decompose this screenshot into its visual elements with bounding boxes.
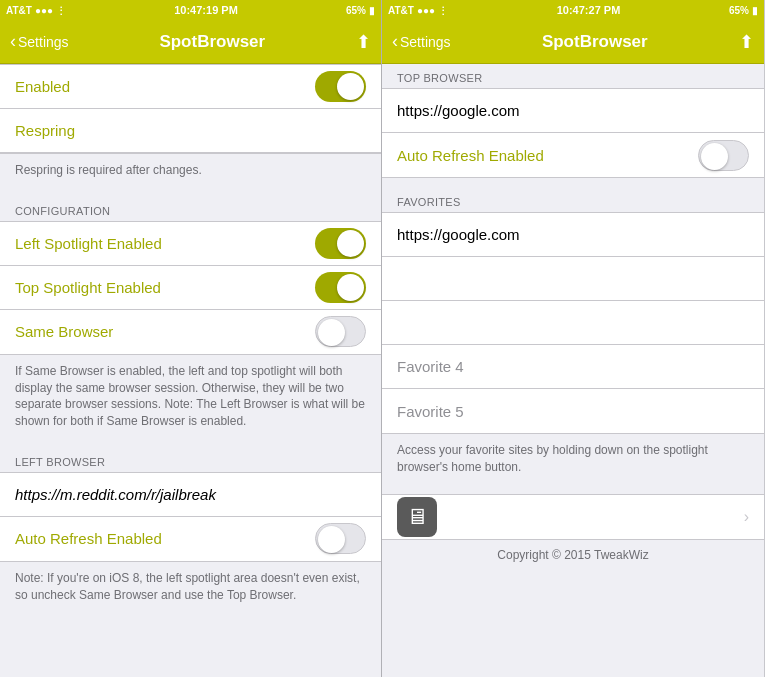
left-browser-section: LEFT BROWSER: [0, 448, 381, 472]
left-left-spotlight-toggle[interactable]: [315, 228, 366, 259]
right-top-auto-refresh-thumb: [701, 143, 728, 170]
left-left-spotlight-row: Left Spotlight Enabled: [0, 222, 381, 266]
right-favorite-2-row[interactable]: [382, 257, 764, 301]
right-nav-title: SpotBrowser: [542, 32, 648, 52]
left-spacer-2: [0, 438, 381, 448]
left-spacer-1: [0, 187, 381, 197]
left-browser-url: https://m.reddit.com/r/jailbreak: [15, 486, 216, 503]
right-favorite-5-placeholder: Favorite 5: [397, 403, 464, 420]
left-top-spotlight-label: Top Spotlight Enabled: [15, 279, 161, 296]
left-same-browser-label: Same Browser: [15, 323, 113, 340]
left-left-spotlight-thumb: [337, 230, 364, 257]
left-same-browser-toggle[interactable]: [315, 316, 366, 347]
left-enabled-toggle[interactable]: [315, 71, 366, 102]
right-icon-box: 🖥: [397, 497, 437, 537]
right-carrier: AT&T: [388, 5, 414, 16]
right-icon-symbol: 🖥: [406, 504, 428, 530]
right-status-right: 65% ▮: [729, 5, 758, 16]
left-status-left: AT&T ●●● ⋮: [6, 5, 66, 16]
left-wifi-icon: ●●●: [35, 5, 53, 16]
left-same-browser-row: Same Browser: [0, 310, 381, 354]
right-copyright: Copyright © 2015 TweakWiz: [382, 540, 764, 570]
left-auto-refresh-toggle[interactable]: [315, 523, 366, 554]
left-signal: ⋮: [56, 5, 66, 16]
right-favorite-5-row[interactable]: Favorite 5: [382, 389, 764, 433]
right-back-label: Settings: [400, 34, 451, 50]
right-spacer-1: [382, 178, 764, 188]
left-battery: 65%: [346, 5, 366, 16]
left-browser-group: https://m.reddit.com/r/jailbreak Auto Re…: [0, 472, 381, 562]
left-top-spotlight-row: Top Spotlight Enabled: [0, 266, 381, 310]
right-spacer-2: [382, 484, 764, 494]
left-respring-row[interactable]: Respring: [0, 109, 381, 153]
left-auto-refresh-row: Auto Refresh Enabled: [0, 517, 381, 561]
right-nav-bar: ‹ Settings SpotBrowser ⬆: [382, 20, 764, 64]
left-config-section: CONFIGURATION: [0, 197, 381, 221]
right-phone-screen: AT&T ●●● ⋮ 10:47:27 PM 65% ▮ ‹ Settings …: [382, 0, 764, 677]
left-same-browser-thumb: [318, 319, 345, 346]
right-favorite-4-row[interactable]: Favorite 4: [382, 345, 764, 389]
right-share-icon[interactable]: ⬆: [739, 31, 754, 53]
right-top-browser-url: https://google.com: [397, 102, 520, 119]
left-status-bar: AT&T ●●● ⋮ 10:47:19 PM 65% ▮: [0, 0, 381, 20]
left-same-browser-note: If Same Browser is enabled, the left and…: [0, 355, 381, 438]
right-top-browser-section: TOP BROWSER: [382, 64, 764, 88]
right-icon-row[interactable]: 🖥 ›: [382, 495, 764, 539]
right-icon-row-group: 🖥 ›: [382, 494, 764, 540]
left-carrier: AT&T: [6, 5, 32, 16]
right-favorite-4-placeholder: Favorite 4: [397, 358, 464, 375]
left-top-spotlight-toggle[interactable]: [315, 272, 366, 303]
right-top-browser-url-row[interactable]: https://google.com: [382, 89, 764, 133]
left-enabled-label: Enabled: [15, 78, 70, 95]
left-top-spotlight-thumb: [337, 274, 364, 301]
left-back-chevron: ‹: [10, 31, 16, 52]
left-time: 10:47:19 PM: [174, 4, 238, 16]
left-share-icon[interactable]: ⬆: [356, 31, 371, 53]
right-battery: 65%: [729, 5, 749, 16]
right-top-browser-group: https://google.com Auto Refresh Enabled: [382, 88, 764, 178]
right-top-auto-refresh-toggle[interactable]: [698, 140, 749, 171]
right-status-left: AT&T ●●● ⋮: [388, 5, 448, 16]
left-auto-refresh-label: Auto Refresh Enabled: [15, 530, 162, 547]
right-scroll-area[interactable]: TOP BROWSER https://google.com Auto Refr…: [382, 64, 764, 677]
left-config-group: Left Spotlight Enabled Top Spotlight Ena…: [0, 221, 381, 355]
left-status-right: 65% ▮: [346, 5, 375, 16]
left-respring-note: Respring is required after changes.: [0, 154, 381, 187]
left-respring-label: Respring: [15, 122, 75, 139]
left-scroll-area[interactable]: Enabled Respring Respring is required af…: [0, 64, 381, 677]
right-favorite-1-row[interactable]: https://google.com: [382, 213, 764, 257]
right-back-button[interactable]: ‹ Settings: [392, 31, 451, 52]
left-back-button[interactable]: ‹ Settings: [10, 31, 69, 52]
right-time: 10:47:27 PM: [557, 4, 621, 16]
right-favorites-group: https://google.com Favorite 4 Favorite 5: [382, 212, 764, 434]
left-browser-url-row[interactable]: https://m.reddit.com/r/jailbreak: [0, 473, 381, 517]
right-disclosure-arrow: ›: [744, 508, 749, 526]
right-favorites-section: FAVORITES: [382, 188, 764, 212]
right-status-bar: AT&T ●●● ⋮ 10:47:27 PM 65% ▮: [382, 0, 764, 20]
right-favorite-1-url: https://google.com: [397, 226, 520, 243]
right-top-auto-refresh-row: Auto Refresh Enabled: [382, 133, 764, 177]
left-left-spotlight-label: Left Spotlight Enabled: [15, 235, 162, 252]
left-nav-title: SpotBrowser: [159, 32, 265, 52]
right-back-chevron: ‹: [392, 31, 398, 52]
right-favorite-3-row[interactable]: [382, 301, 764, 345]
left-auto-refresh-thumb: [318, 526, 345, 553]
left-phone-screen: AT&T ●●● ⋮ 10:47:19 PM 65% ▮ ‹ Settings …: [0, 0, 382, 677]
right-wifi-icon: ●●●: [417, 5, 435, 16]
left-auto-refresh-note: Note: If you're on iOS 8, the left spotl…: [0, 562, 381, 612]
right-battery-icon: ▮: [752, 5, 758, 16]
left-nav-bar: ‹ Settings SpotBrowser ⬆: [0, 20, 381, 64]
right-signal: ⋮: [438, 5, 448, 16]
left-enabled-thumb: [337, 73, 364, 100]
right-favorites-note: Access your favorite sites by holding do…: [382, 434, 764, 484]
left-enabled-row: Enabled: [0, 65, 381, 109]
left-back-label: Settings: [18, 34, 69, 50]
left-enabled-group: Enabled Respring: [0, 64, 381, 154]
right-spacer-bottom: [382, 570, 764, 590]
right-top-auto-refresh-label: Auto Refresh Enabled: [397, 147, 544, 164]
left-battery-icon: ▮: [369, 5, 375, 16]
left-spacer-bottom: [0, 612, 381, 632]
